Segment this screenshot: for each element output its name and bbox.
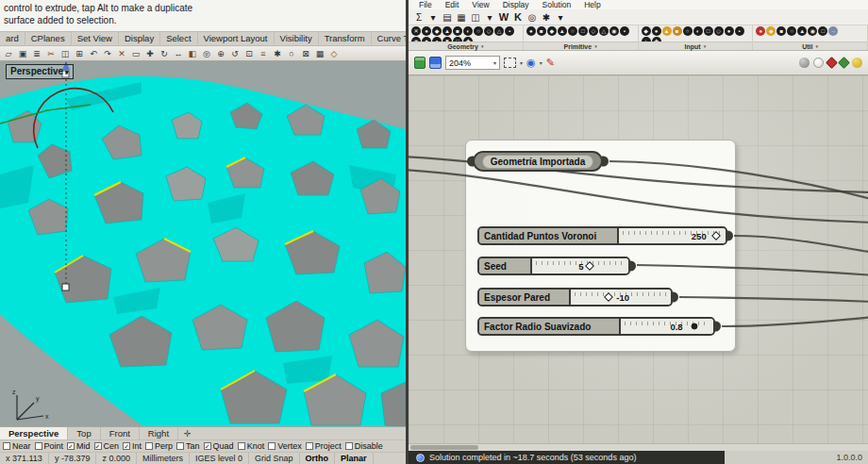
toolbar-tab[interactable]: Curve Tools bbox=[372, 32, 406, 45]
component-icon[interactable]: ● bbox=[756, 26, 765, 36]
osnap-checkbox[interactable] bbox=[238, 442, 245, 450]
osnap-checkbox[interactable] bbox=[67, 442, 75, 450]
grid-view-icon[interactable]: ▦ bbox=[456, 10, 467, 25]
paste-icon[interactable]: ⊞ bbox=[73, 47, 86, 59]
osnap-item[interactable]: Perp bbox=[145, 441, 173, 451]
menu-item[interactable]: Display bbox=[496, 0, 536, 9]
osnap-item[interactable]: Int bbox=[123, 441, 142, 451]
osnap-item[interactable]: Near bbox=[3, 441, 31, 451]
delete-icon[interactable]: ✕ bbox=[115, 47, 128, 59]
viewport-tab[interactable]: Front bbox=[101, 427, 140, 439]
osnap-checkbox[interactable] bbox=[35, 442, 42, 450]
sketch-pen-icon[interactable]: ✎ bbox=[546, 57, 555, 69]
component-icon[interactable]: ◆ bbox=[432, 26, 442, 36]
component-icon[interactable]: ■ bbox=[453, 26, 462, 36]
group-icon[interactable]: ▦ bbox=[313, 47, 326, 59]
osnap-checkbox[interactable] bbox=[345, 442, 353, 450]
osnap-item[interactable]: Knot bbox=[238, 441, 265, 451]
component-icon[interactable]: ◆ bbox=[547, 26, 557, 36]
hide-object-icon[interactable]: ○ bbox=[285, 47, 298, 59]
print-icon[interactable]: ≣ bbox=[30, 47, 43, 59]
component-icon[interactable]: ● bbox=[422, 26, 431, 36]
zoom-extents-icon[interactable]: ◎ bbox=[200, 47, 213, 59]
status-cell[interactable]: x 371.113 bbox=[0, 453, 49, 464]
dropdown-arrow-icon[interactable]: ▾ bbox=[427, 10, 439, 25]
copy-icon[interactable]: ◫ bbox=[58, 47, 72, 59]
preview-gumball-icon[interactable] bbox=[852, 58, 862, 68]
input-nub[interactable] bbox=[467, 157, 474, 167]
layers-icon[interactable]: ≡ bbox=[257, 47, 270, 59]
component-icon[interactable]: △ bbox=[599, 26, 609, 36]
viewport-title[interactable]: Perspective▾ bbox=[6, 64, 74, 79]
menu-item[interactable]: Solution bbox=[536, 0, 578, 9]
dropdown-arrow-icon[interactable]: ▾ bbox=[484, 10, 495, 25]
shortcut-letter-w[interactable]: W bbox=[498, 10, 509, 25]
menu-item[interactable]: Help bbox=[577, 0, 607, 9]
save-file-icon[interactable]: ▣ bbox=[16, 47, 29, 59]
component-icon[interactable]: ○ bbox=[787, 26, 796, 36]
component-icon[interactable]: ○ bbox=[683, 26, 693, 36]
chevron-down-icon[interactable]: ▾ bbox=[540, 59, 542, 66]
osnap-item[interactable]: Cen bbox=[94, 441, 120, 451]
osnap-checkbox[interactable] bbox=[204, 442, 211, 450]
slider-handle[interactable] bbox=[711, 231, 721, 240]
menu-item[interactable]: Edit bbox=[439, 0, 466, 9]
status-cell[interactable]: Grid Snap bbox=[249, 453, 300, 464]
toolbar-tab[interactable]: Viewport Layout bbox=[198, 32, 275, 45]
preview-mesh-green-icon[interactable] bbox=[838, 57, 850, 69]
viewport-expand-icon[interactable]: ✛ bbox=[178, 429, 197, 439]
undo-icon[interactable]: ↶ bbox=[87, 47, 100, 59]
slider-cantidad-puntos-voronoi[interactable]: Cantidad Puntos Voronoi 250 bbox=[477, 226, 727, 245]
preview-shaded-icon[interactable] bbox=[799, 58, 810, 68]
osnap-checkbox[interactable] bbox=[94, 442, 102, 450]
component-icon[interactable]: □ bbox=[818, 26, 827, 36]
redo-icon[interactable]: ↷ bbox=[101, 47, 114, 59]
dropdown-arrow-icon[interactable]: ▾ bbox=[555, 10, 566, 25]
component-icon[interactable]: ■ bbox=[537, 26, 546, 36]
horizontal-scrollbar[interactable] bbox=[409, 443, 868, 451]
preview-eye-icon[interactable]: ◉ bbox=[526, 57, 536, 69]
status-cell[interactable]: Planar bbox=[335, 453, 374, 464]
osnap-item[interactable]: Mid bbox=[67, 441, 91, 451]
scale-icon[interactable]: ↔ bbox=[172, 47, 185, 59]
scrollbar-thumb[interactable] bbox=[410, 445, 478, 450]
component-icon[interactable]: ○ bbox=[474, 26, 483, 36]
cluster-icon[interactable]: ◫ bbox=[470, 10, 481, 25]
slider-track[interactable]: 0.8 bbox=[621, 319, 713, 334]
component-icon[interactable]: ● bbox=[652, 26, 661, 36]
component-icon[interactable]: → bbox=[828, 26, 838, 36]
slider-track[interactable]: 5 bbox=[532, 258, 628, 273]
toolbar-tab[interactable]: ard bbox=[0, 32, 25, 45]
component-icon[interactable]: △ bbox=[494, 26, 504, 36]
slider-track[interactable]: -10 bbox=[571, 290, 671, 305]
status-cell[interactable]: IGES level 0 bbox=[190, 453, 249, 464]
component-icon[interactable]: ▲ bbox=[558, 26, 567, 36]
component-icon[interactable]: ◐ bbox=[693, 26, 703, 36]
toolbar-tab[interactable]: Select bbox=[160, 32, 197, 45]
component-icon[interactable]: ◉ bbox=[808, 26, 817, 36]
group-label-bar[interactable]: Util ▾ bbox=[753, 41, 867, 50]
osnap-item[interactable]: Project bbox=[306, 441, 342, 451]
menu-item[interactable]: View bbox=[465, 0, 495, 9]
select-icon[interactable]: ▭ bbox=[129, 47, 142, 59]
preview-wireframe-icon[interactable] bbox=[813, 58, 824, 68]
component-icon[interactable]: ◐ bbox=[463, 26, 473, 36]
component-icon[interactable]: ◇ bbox=[714, 26, 724, 36]
component-icon[interactable]: ▪ bbox=[505, 26, 514, 36]
grasshopper-canvas[interactable]: Geometría Importada Cantidad Puntos Voro… bbox=[409, 75, 868, 443]
osnap-item[interactable]: Vertex bbox=[268, 441, 302, 451]
component-icon[interactable]: ▲ bbox=[662, 26, 672, 36]
slider-espesor-pared[interactable]: Espesor Pared -10 bbox=[477, 288, 673, 307]
slider-handle[interactable] bbox=[604, 292, 613, 302]
properties-icon[interactable]: ✱ bbox=[271, 47, 284, 59]
slider-seed[interactable]: Seed 5 bbox=[477, 257, 630, 275]
target-icon[interactable]: ◎ bbox=[526, 10, 538, 25]
rhino-viewport-canvas[interactable]: z x y bbox=[0, 61, 406, 426]
component-icon[interactable]: ◇ bbox=[589, 26, 598, 36]
component-icon[interactable]: ▪ bbox=[620, 26, 629, 36]
osnap-checkbox[interactable] bbox=[3, 442, 10, 450]
toolbar-tab[interactable]: Display bbox=[119, 32, 160, 45]
osnap-checkbox[interactable] bbox=[268, 442, 275, 450]
slider-handle[interactable] bbox=[585, 261, 594, 271]
viewport-tab[interactable]: Perspective bbox=[0, 427, 68, 439]
